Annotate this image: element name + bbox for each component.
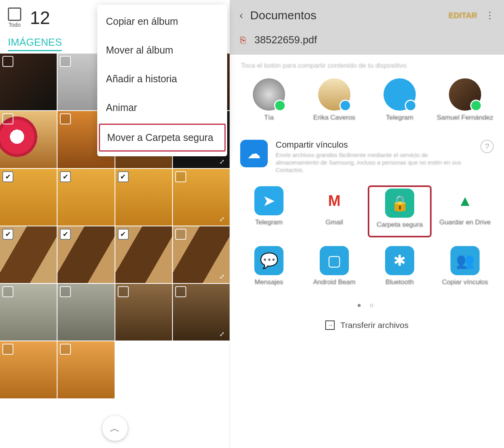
thumbnail[interactable]: ✔ [57, 226, 114, 283]
menu-animate[interactable]: Animar [97, 93, 227, 122]
thumbnail[interactable]: ✔ [115, 226, 172, 283]
checkbox-checked-icon: ✔ [2, 171, 13, 182]
context-menu: Copiar en álbum Mover al álbum Añadir a … [97, 5, 227, 156]
contact-label: Samuel Fernández [437, 114, 493, 129]
share-app-bluetooth[interactable]: ✱Bluetooth [369, 246, 431, 293]
checkbox-empty-icon [60, 286, 71, 297]
expand-icon: ⤢ [219, 330, 227, 338]
checkbox-checked-icon: ✔ [2, 229, 13, 240]
thumbnail[interactable] [0, 54, 57, 110]
menu-move-album[interactable]: Mover al álbum [97, 36, 227, 65]
link-share-title: Compartir vínculos [276, 140, 472, 150]
thumbnail[interactable] [0, 341, 57, 398]
edit-button[interactable]: EDITAR [448, 11, 477, 20]
documents-header: ‹ Documentos EDITAR ⋮ ⎘ 38522659.pdf [230, 0, 504, 55]
cloud-upload-icon: ☁ [240, 140, 268, 167]
select-all-button[interactable]: Todo [8, 7, 21, 28]
checkbox-empty-icon [8, 7, 21, 21]
contact-label: Erika Caveros [313, 114, 356, 129]
direct-share-contact[interactable]: Erika Caveros [303, 78, 365, 129]
checkbox-empty-icon [2, 56, 13, 67]
avatar [253, 78, 285, 111]
thumbnail[interactable]: ⤢ [173, 284, 230, 341]
app-label: Telegram [255, 218, 283, 233]
page-title: Documentos [250, 9, 316, 22]
direct-share-row: TíaErika CaverosTelegramSamuel Fernández [230, 74, 504, 134]
checkbox-empty-icon [175, 171, 186, 182]
app-icon: ▲ [450, 186, 480, 215]
share-app-mensajes[interactable]: 💬Mensajes [238, 246, 300, 293]
app-label: Mensajes [255, 278, 284, 293]
thumbnail[interactable]: ⤢ [173, 226, 230, 283]
menu-move-secure-folder[interactable]: Mover a Carpeta segura [99, 124, 226, 152]
avatar [318, 78, 350, 111]
telegram-badge-icon [339, 100, 351, 111]
chevron-up-icon: ︿ [110, 422, 120, 435]
app-icon: M [320, 186, 349, 215]
thumbnail[interactable] [57, 284, 114, 341]
menu-copy-album[interactable]: Copiar en álbum [97, 7, 227, 36]
share-app-telegram[interactable]: ➤Telegram [238, 186, 300, 237]
app-label: Copiar vínculos [442, 278, 488, 293]
link-share-desc: Envíe archivos grandes fácilmente median… [276, 152, 472, 174]
avatar [449, 78, 481, 111]
contact-label: Telegram [386, 114, 413, 129]
share-app-carpeta-segura[interactable]: 🔒Carpeta segura [369, 186, 431, 237]
checkbox-checked-icon: ✔ [60, 229, 71, 240]
collapse-fab[interactable]: ︿ [102, 416, 128, 441]
app-label: Guardar en Drive [439, 218, 491, 233]
share-app-android-beam[interactable]: ▢Android Beam [303, 246, 365, 293]
share-sheet-screen: ‹ Documentos EDITAR ⋮ ⎘ 38522659.pdf Toc… [230, 0, 504, 448]
select-all-label: Todo [9, 22, 20, 28]
expand-icon: ⤢ [219, 215, 227, 223]
whatsapp-badge-icon [470, 100, 482, 111]
checkbox-checked-icon: ✔ [118, 229, 129, 240]
thumbnail[interactable]: ✔ [57, 169, 114, 226]
checkbox-empty-icon [175, 229, 186, 240]
thumbnail[interactable] [0, 111, 57, 168]
checkbox-checked-icon: ✔ [60, 171, 71, 182]
thumbnail[interactable] [0, 284, 57, 341]
share-app-gmail[interactable]: MGmail [303, 186, 365, 237]
expand-icon: ⤢ [219, 158, 227, 166]
apps-row-2: 💬Mensajes▢Android Beam✱Bluetooth👥Copiar … [230, 242, 504, 299]
link-share-row[interactable]: ☁ Compartir vínculos Envíe archivos gran… [230, 134, 504, 182]
thumbnail[interactable]: ✔ [115, 169, 172, 226]
thumbnail[interactable]: ✔ [0, 226, 57, 283]
apps-row-1: ➤TelegramMGmail🔒Carpeta segura▲Guardar e… [230, 182, 504, 242]
transfer-label: Transferir archivos [340, 320, 408, 330]
direct-share-contact[interactable]: Telegram [369, 78, 431, 129]
tab-images[interactable]: IMÁGENES [8, 36, 62, 51]
transfer-files-button[interactable]: → Transferir archivos [230, 317, 504, 338]
app-icon: 👥 [450, 246, 480, 275]
checkbox-empty-icon [2, 344, 13, 355]
thumbnail[interactable] [57, 341, 114, 398]
thumbnail[interactable]: ✔ [0, 169, 57, 226]
app-label: Android Beam [313, 278, 356, 293]
app-icon: 💬 [254, 246, 284, 275]
share-app-guardar-en-drive[interactable]: ▲Guardar en Drive [434, 186, 496, 237]
checkbox-empty-icon [60, 56, 71, 67]
checkbox-empty-icon [175, 286, 186, 297]
page-indicator: ● ○ [230, 299, 504, 317]
direct-share-contact[interactable]: Samuel Fernández [434, 78, 496, 129]
more-icon[interactable]: ⋮ [485, 10, 495, 21]
selected-file-row[interactable]: ⎘ 38522659.pdf [239, 31, 495, 48]
app-label: Carpeta segura [376, 221, 422, 236]
app-icon: 🔒 [385, 189, 414, 218]
direct-share-contact[interactable]: Tía [238, 78, 300, 129]
app-icon: ➤ [254, 186, 284, 215]
expand-icon: ⤢ [219, 273, 227, 281]
checkbox-checked-icon: ✔ [118, 171, 129, 182]
thumbnail[interactable] [115, 284, 172, 341]
back-icon[interactable]: ‹ [239, 9, 243, 22]
thumbnail[interactable]: ⤢ [173, 169, 230, 226]
help-icon[interactable]: ? [480, 140, 494, 153]
gallery-selection-screen: Todo 12 ⊂⊃ IMÁGENES ⤢⤢✔✔✔⤢✔✔✔⤢⤢ Copiar e… [0, 0, 230, 448]
contact-label: Tía [264, 114, 274, 129]
checkbox-empty-icon [60, 113, 71, 124]
share-app-copiar-vínculos[interactable]: 👥Copiar vínculos [434, 246, 496, 293]
pdf-icon: ⎘ [240, 35, 246, 46]
menu-add-story[interactable]: Añadir a historia [97, 65, 227, 93]
transfer-icon: → [325, 320, 335, 330]
